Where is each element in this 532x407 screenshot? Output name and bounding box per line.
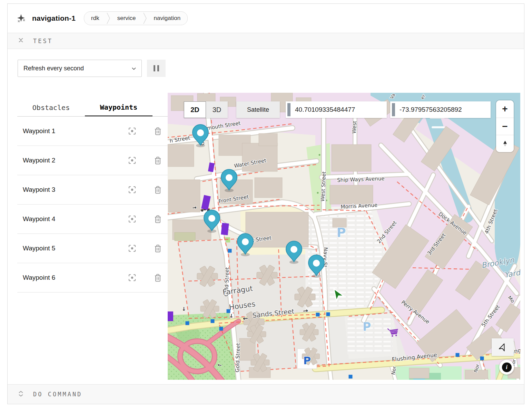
waypoint-label: Waypoint 3: [23, 186, 55, 193]
center-focus-icon: [128, 274, 136, 282]
collapse-icon: [18, 37, 24, 45]
latitude-value: 40.70109335484477: [295, 106, 355, 113]
crossing-square: [219, 327, 223, 331]
page: navigation-1 rdk service navigation TEST…: [0, 0, 532, 407]
tab-waypoints[interactable]: Waypoints: [85, 99, 152, 116]
parking-icon: P: [303, 355, 311, 367]
waypoint-label: Waypoint 1: [23, 127, 55, 135]
center-focus-icon: [128, 215, 136, 223]
road-arrow-icon: ↓: [182, 306, 186, 312]
longitude-input[interactable]: -73.97957563205892: [390, 101, 491, 118]
do-command-section-header[interactable]: DO COMMAND: [8, 384, 524, 404]
tabs: Obstacles Waypoints: [17, 99, 170, 117]
trash-icon: [154, 215, 161, 223]
breadcrumb-item: navigation: [147, 15, 188, 22]
page-title: navigation-1: [32, 14, 76, 22]
chevron-down-icon: [131, 66, 137, 73]
pause-button[interactable]: [147, 60, 166, 77]
do-command-label: DO COMMAND: [33, 391, 82, 398]
map-satellite-button[interactable]: Satellite: [236, 101, 280, 118]
delete-waypoint-button[interactable]: [154, 215, 161, 223]
delete-waypoint-button[interactable]: [154, 274, 161, 282]
focus-waypoint-button[interactable]: [128, 156, 136, 165]
breadcrumb-item: service: [110, 15, 143, 22]
breadcrumb-item: rdk: [84, 15, 106, 22]
waypoint-label: Waypoint 2: [23, 157, 55, 164]
expand-icon: [18, 390, 24, 398]
road-arrow-icon: →: [303, 307, 308, 314]
map-3d-button[interactable]: 3D: [206, 101, 228, 118]
street-label: Gold Street: [234, 343, 242, 373]
tab-obstacles[interactable]: Obstacles: [17, 99, 85, 116]
map-zoom-control: + −: [496, 100, 514, 152]
crossing-square: [228, 249, 232, 253]
delete-waypoint-button[interactable]: [154, 127, 161, 135]
center-focus-icon: [128, 244, 136, 252]
crossing-square: [456, 353, 460, 357]
card-header: navigation-1 rdk service navigation: [8, 4, 524, 33]
waypoint-row: Waypoint 4: [17, 205, 170, 234]
focus-waypoint-button[interactable]: [128, 127, 136, 135]
zoom-out-button[interactable]: −: [496, 118, 514, 135]
trash-icon: [154, 186, 161, 194]
trash-icon: [154, 245, 161, 252]
zoom-in-button[interactable]: +: [496, 100, 514, 118]
waypoint-row: Waypoint 3: [17, 175, 170, 205]
focus-waypoint-button[interactable]: [128, 186, 136, 194]
waypoint-label: Waypoint 4: [23, 215, 55, 223]
center-focus-icon: [128, 186, 136, 194]
road-arrow-icon: ←: [243, 314, 248, 322]
compass-icon: [501, 140, 509, 148]
parking-icon: P: [363, 320, 371, 334]
map[interactable]: Plymouth Streeth StreetWater StreetFront…: [168, 93, 520, 380]
locate-robot-button[interactable]: [492, 338, 514, 356]
waypoint-row: Waypoint 2: [17, 146, 170, 175]
waypoints-panel: Obstacles Waypoints Waypoint 1: [17, 99, 170, 292]
resource-card: navigation-1 rdk service navigation TEST…: [7, 3, 524, 404]
trash-icon: [154, 157, 161, 165]
obstacle-marker: [168, 311, 173, 321]
focus-waypoint-button[interactable]: [128, 244, 136, 252]
test-section-header[interactable]: TEST: [8, 33, 524, 49]
latitude-accent-bar: [287, 103, 290, 116]
crossing-square: [480, 357, 484, 360]
waypoint-row: Waypoint 6: [17, 263, 170, 292]
waypoint-row: Waypoint 1: [17, 117, 170, 146]
waypoint-label: Waypoint 6: [23, 274, 55, 281]
center-focus-icon: [128, 127, 136, 135]
delete-waypoint-button[interactable]: [154, 157, 161, 165]
crossing-square: [326, 312, 330, 316]
chevron-divider-icon: [143, 12, 147, 25]
street-label: West: [351, 121, 358, 134]
trash-icon: [154, 127, 161, 135]
crossing-square: [186, 321, 189, 325]
road-arrow-icon: ↓: [229, 312, 234, 319]
latitude-input[interactable]: 40.70109335484477: [286, 101, 387, 118]
breadcrumb: rdk service navigation: [84, 11, 188, 25]
parking-icon: P: [336, 225, 346, 240]
focus-waypoint-button[interactable]: [128, 274, 136, 282]
sparkle-icon: [17, 14, 26, 23]
delete-waypoint-button[interactable]: [154, 186, 161, 194]
crossing-square: [316, 313, 320, 317]
pause-icon: [154, 65, 155, 71]
waypoint-row: Waypoint 5: [17, 234, 170, 263]
map-attribution-button[interactable]: i: [499, 360, 514, 375]
navigation-arrow-icon: [498, 343, 508, 352]
longitude-value: -73.97957563205892: [400, 106, 462, 113]
test-section-label: TEST: [33, 38, 53, 44]
center-focus-icon: [128, 156, 136, 165]
obstacle-marker: [221, 223, 229, 235]
compass-button[interactable]: [496, 135, 514, 152]
map-2d-button[interactable]: 2D: [184, 101, 206, 118]
refresh-rate-select[interactable]: Refresh every second: [18, 60, 142, 77]
crossing-square: [211, 319, 215, 323]
trash-icon: [154, 274, 161, 282]
refresh-rate-value: Refresh every second: [23, 65, 84, 72]
focus-waypoint-button[interactable]: [128, 215, 136, 223]
crossing-square: [349, 375, 353, 379]
delete-waypoint-button[interactable]: [154, 245, 161, 252]
waypoint-list: Waypoint 1: [17, 117, 170, 292]
road-arrow-icon: →: [192, 204, 197, 211]
longitude-accent-bar: [392, 103, 395, 116]
